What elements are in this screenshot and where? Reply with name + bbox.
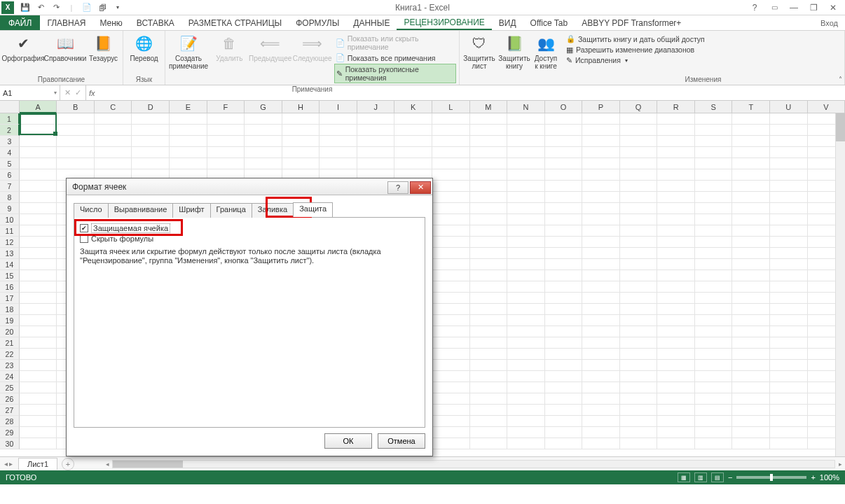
cell[interactable] — [507, 259, 545, 270]
cell[interactable] — [507, 248, 545, 259]
cell[interactable] — [657, 158, 695, 169]
cell[interactable] — [582, 382, 620, 393]
tab-officetab[interactable]: Office Tab — [523, 15, 575, 30]
cell[interactable] — [695, 281, 733, 293]
cell[interactable] — [95, 147, 132, 158]
cell[interactable] — [470, 158, 508, 169]
cell[interactable] — [695, 225, 733, 237]
cell[interactable] — [695, 248, 733, 259]
cell[interactable] — [432, 237, 470, 248]
cell[interactable] — [695, 416, 733, 427]
tab-insert[interactable]: ВСТАВКА — [130, 15, 181, 30]
cell[interactable] — [507, 337, 545, 349]
cell[interactable] — [432, 293, 470, 304]
column-header[interactable]: N — [507, 101, 545, 113]
cell[interactable] — [507, 382, 545, 393]
hscroll-left[interactable]: ◂ — [102, 459, 112, 469]
cell[interactable] — [695, 405, 733, 416]
dialog-close-button[interactable]: ✕ — [410, 181, 431, 194]
row-header[interactable]: 18 — [0, 304, 20, 315]
cell[interactable] — [582, 315, 620, 326]
cell[interactable] — [357, 125, 395, 136]
delete-comment-button[interactable]: 🗑Удалить — [210, 32, 249, 62]
cell[interactable] — [732, 349, 770, 360]
cell[interactable] — [432, 270, 470, 281]
cell[interactable] — [732, 293, 770, 304]
cell[interactable] — [770, 181, 808, 192]
cell[interactable] — [320, 125, 357, 136]
cell[interactable] — [620, 416, 658, 427]
row-header[interactable]: 20 — [0, 326, 20, 337]
cell[interactable] — [657, 304, 695, 315]
cell[interactable] — [657, 270, 695, 281]
row-header[interactable]: 3 — [0, 136, 20, 147]
cell[interactable] — [545, 304, 583, 315]
cell[interactable] — [432, 281, 470, 293]
cell[interactable] — [20, 393, 57, 405]
cell[interactable] — [620, 125, 658, 136]
restore-button[interactable]: ❐ — [804, 1, 823, 14]
cell[interactable] — [657, 349, 695, 360]
cell[interactable] — [394, 136, 432, 147]
cell[interactable] — [470, 326, 508, 337]
cell[interactable] — [657, 337, 695, 349]
cell[interactable] — [695, 125, 733, 136]
thesaurus-button[interactable]: 📙Тезаурус — [87, 32, 120, 62]
cell[interactable] — [545, 382, 583, 393]
cell[interactable] — [545, 248, 583, 259]
cell[interactable] — [20, 304, 57, 315]
cell[interactable] — [507, 393, 545, 405]
cell[interactable] — [620, 270, 658, 281]
cell[interactable] — [245, 158, 282, 169]
cell[interactable] — [695, 113, 733, 125]
cell[interactable] — [545, 181, 583, 192]
cell[interactable] — [657, 393, 695, 405]
column-header[interactable]: L — [432, 101, 470, 113]
cell[interactable] — [545, 113, 583, 125]
cell[interactable] — [582, 416, 620, 427]
showall-comments-button[interactable]: 📄Показать все примечания — [334, 52, 456, 63]
column-header[interactable]: U — [770, 101, 808, 113]
cell[interactable] — [432, 136, 470, 147]
row-header[interactable]: 7 — [0, 181, 20, 192]
tab-view[interactable]: ВИД — [492, 15, 523, 30]
cell[interactable] — [732, 405, 770, 416]
cell[interactable] — [770, 158, 808, 169]
cell[interactable] — [507, 349, 545, 360]
cell[interactable] — [432, 259, 470, 270]
cell[interactable] — [695, 270, 733, 281]
cell[interactable] — [245, 113, 282, 125]
cell[interactable] — [432, 438, 470, 449]
column-header[interactable]: D — [132, 101, 170, 113]
zoom-slider[interactable] — [736, 476, 806, 479]
cell[interactable] — [470, 248, 508, 259]
cell[interactable] — [695, 326, 733, 337]
cell[interactable] — [770, 416, 808, 427]
cell[interactable] — [732, 181, 770, 192]
cell[interactable] — [507, 315, 545, 326]
cell[interactable] — [770, 337, 808, 349]
cell[interactable] — [207, 125, 245, 136]
row-header[interactable]: 2 — [0, 125, 20, 136]
cell[interactable] — [432, 349, 470, 360]
name-box[interactable]: A1 — [0, 85, 60, 100]
cell[interactable] — [20, 360, 57, 371]
cell[interactable] — [695, 315, 733, 326]
cell[interactable] — [657, 281, 695, 293]
sheet-nav[interactable]: ◂▸ — [0, 460, 17, 468]
cell[interactable] — [620, 225, 658, 237]
cell[interactable] — [770, 427, 808, 438]
cancel-formula-icon[interactable]: ✕ — [64, 88, 71, 97]
translate-button[interactable]: 🌐Перевод — [126, 32, 162, 62]
cell[interactable] — [132, 125, 170, 136]
cell[interactable] — [770, 136, 808, 147]
cell[interactable] — [657, 214, 695, 225]
cell[interactable] — [207, 147, 245, 158]
cell[interactable] — [620, 360, 658, 371]
cell[interactable] — [20, 136, 57, 147]
cell[interactable] — [432, 416, 470, 427]
cell[interactable] — [770, 281, 808, 293]
row-header[interactable]: 17 — [0, 293, 20, 304]
column-header[interactable]: J — [357, 101, 395, 113]
cell[interactable] — [732, 192, 770, 203]
